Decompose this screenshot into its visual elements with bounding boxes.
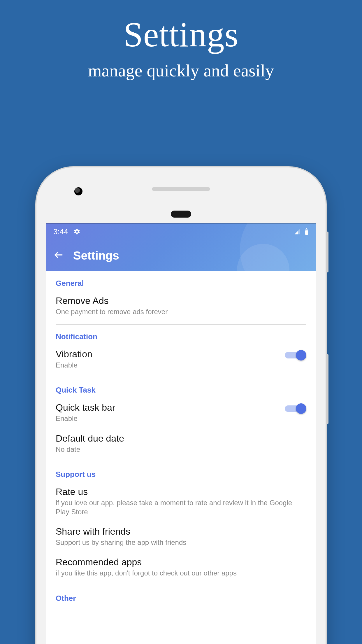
phone-frame: 3:44 (35, 166, 327, 644)
item-title: Rate us (56, 486, 306, 498)
promo-subtitle: manage quickly and easily (0, 61, 362, 81)
item-vibration[interactable]: Vibration Enable (46, 344, 316, 375)
back-button[interactable] (52, 249, 65, 262)
section-label-general: General (46, 271, 316, 291)
promo-title: Settings (0, 15, 362, 55)
toggle-vibration[interactable] (285, 349, 306, 361)
item-recommended-apps[interactable]: Recommended apps if you like this app, d… (46, 552, 316, 583)
item-subtitle: Enable (56, 360, 92, 370)
section-label-other: Other (46, 586, 316, 606)
section-label-notification: Notification (46, 325, 316, 344)
item-title: Vibration (56, 348, 92, 360)
item-share-with-friends[interactable]: Share with friends Support us by sharing… (46, 522, 316, 552)
phone-earpiece (171, 211, 191, 218)
phone-screen: 3:44 (46, 223, 316, 644)
item-remove-ads[interactable]: Remove Ads One payment to remove ads for… (46, 291, 316, 321)
item-title: Remove Ads (56, 295, 168, 307)
item-title: Recommended apps (56, 556, 237, 568)
gear-icon (73, 228, 80, 235)
toggle-thumb (296, 350, 306, 360)
item-default-due-date[interactable]: Default due date No date (46, 428, 316, 459)
item-subtitle: Support us by sharing the app with frien… (56, 538, 186, 547)
item-subtitle: One payment to remove ads forever (56, 307, 168, 316)
page-title: Settings (73, 249, 119, 262)
phone-camera (74, 187, 82, 195)
item-subtitle: if you love our app, please take a momen… (56, 498, 306, 516)
item-rate-us[interactable]: Rate us if you love our app, please take… (46, 482, 316, 522)
item-title: Default due date (56, 433, 124, 444)
arrow-left-icon (53, 250, 64, 261)
appbar-region: 3:44 (46, 223, 316, 271)
section-label-quick-task: Quick Task (46, 378, 316, 398)
phone-earpiece-top (152, 187, 210, 191)
promo-heading: Settings manage quickly and easily (0, 15, 362, 81)
settings-list[interactable]: General Remove Ads One payment to remove… (46, 271, 316, 644)
status-time: 3:44 (53, 227, 68, 236)
toggle-quick-task-bar[interactable] (285, 403, 306, 414)
item-quick-task-bar[interactable]: Quick task bar Enable (46, 398, 316, 428)
toggle-thumb (296, 403, 306, 414)
item-subtitle: Enable (56, 414, 115, 423)
item-subtitle: No date (56, 445, 124, 454)
item-subtitle: if you like this app, don't forgot to ch… (56, 568, 237, 578)
item-title: Share with friends (56, 526, 186, 537)
section-label-support-us: Support us (46, 462, 316, 482)
item-title: Quick task bar (56, 402, 115, 413)
